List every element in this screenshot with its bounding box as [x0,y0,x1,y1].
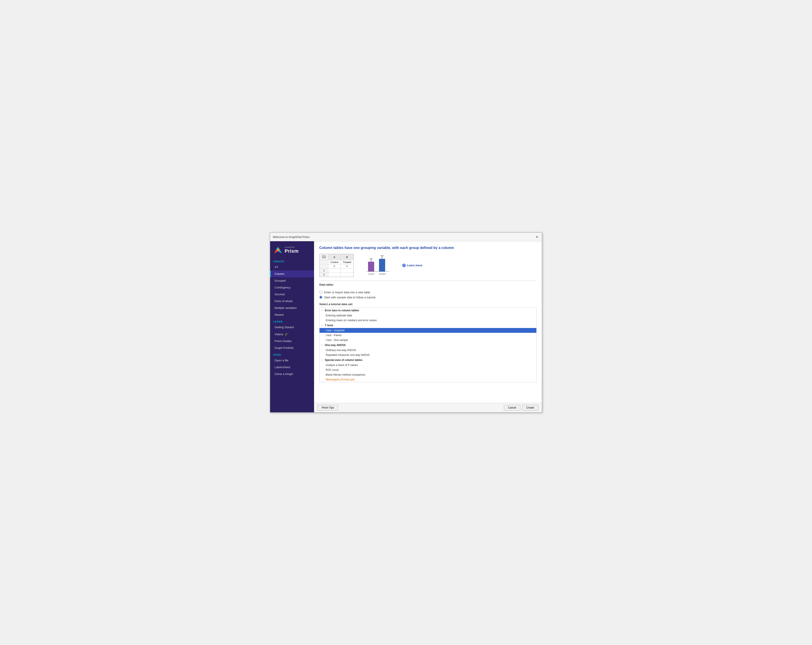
sidebar-item-grouped[interactable]: Grouped [270,277,314,284]
sidebar-item-open-file[interactable]: Open a file [270,357,314,364]
help-icon: ? [402,263,406,267]
sidebar-item-labarchives[interactable]: LabArchives [270,364,314,371]
content-area: Column tables have one grouping variable… [314,241,542,412]
tutorial-item-mean-error[interactable]: Entering mean (or median) and error valu… [319,318,536,323]
tutorial-item-t-test-one-sample[interactable]: t test - One sample [319,338,536,342]
collapse-icon-error-bars: − [321,309,324,312]
sidebar-videos-label: Videos [275,333,283,336]
preview-chart: Control Treated [365,254,391,277]
sidebar: GraphPad Prism CREATE XY Column Grouped … [270,241,314,412]
table-icon-cell [320,254,328,260]
preview-area: A B Control Treated Y Y [319,254,537,277]
footer-right: Cancel Create [504,405,538,411]
tutorial-group-t-tests-label: T tests [325,324,333,327]
preview-table: A B Control Treated Y Y [319,254,354,277]
row-1-col-a [328,268,340,272]
col-b-y: Y [340,264,354,268]
row-header-y [320,264,328,268]
sidebar-item-xy[interactable]: XY [270,264,314,271]
svg-text:Treated: Treated [379,273,386,275]
col-a-sub: Control [328,260,340,264]
section-label-open: OPEN [270,351,314,357]
row-1-header: 1 [320,268,328,272]
graduation-cap-icon: 🎓 [285,332,288,336]
content-title: Column tables have one grouping variable… [319,246,537,250]
col-a-header: A [328,254,340,260]
row-2-col-b [340,272,354,277]
radio-option-new-table[interactable]: Enter or import data into a new table [319,291,537,294]
collapse-icon-t-tests: − [321,324,324,326]
bar-chart-svg: Control Treated [365,254,391,276]
prism-tips-button[interactable]: Prism Tips [317,405,338,411]
prism-logo-icon [273,245,283,255]
section-label-create: CREATE [270,258,314,264]
tutorial-group-anova-label: One-way ANOVA [325,344,346,347]
logo-area: GraphPad Prism [270,241,314,258]
radio-sample-data[interactable] [319,296,322,299]
sidebar-item-graph-portfolio[interactable]: Graph Portfolio [270,344,314,351]
window-title: Welcome to GraphPad Prism [273,235,310,238]
cancel-button[interactable]: Cancel [504,405,520,411]
tutorial-group-special-label: Special uses of column tables [325,359,362,362]
sidebar-item-clone-graph[interactable]: Clone a Graph [270,371,314,378]
sidebar-item-parts-of-whole[interactable]: Parts of whole [270,298,314,304]
radio-new-table-label: Enter or import data into a new table [324,291,370,294]
svg-text:?: ? [403,264,405,267]
sidebar-item-prism-guides[interactable]: Prism Guides [270,338,314,344]
title-bar: Welcome to GraphPad Prism ✕ [270,233,542,241]
footer-left: Prism Tips [317,405,338,411]
svg-rect-14 [368,262,374,272]
tutorial-item-roc-curve[interactable]: ROC curve [319,367,536,372]
svg-text:Control: Control [368,273,374,275]
tutorial-section-label: Select a tutorial data set: [319,303,537,306]
tutorial-item-bland-altman[interactable]: Bland-Altman method comparison [319,372,536,377]
close-button[interactable]: ✕ [534,234,539,239]
sidebar-item-survival[interactable]: Survival [270,291,314,298]
tutorial-group-special[interactable]: − Special uses of column tables [319,358,536,363]
col-b-sub: Treated [340,260,354,264]
tutorial-item-t-test-unpaired[interactable]: t test - Unpaired [319,328,536,333]
create-button[interactable]: Create [522,405,538,411]
svg-rect-11 [322,255,324,257]
sidebar-item-multiple-variables[interactable]: Multiple variables [270,304,314,311]
row-2-header: 2 [320,272,328,277]
tutorial-group-error-bars[interactable]: − Error bars in column tables [319,308,536,313]
col-b-header: B [340,254,354,260]
tutorial-item-metanalysis[interactable]: Metanalysis (Forest) plot [319,377,536,382]
svg-rect-17 [379,259,385,272]
sidebar-item-column[interactable]: Column [270,271,314,277]
data-table-label: Data table: [319,283,334,286]
logo-prism-text: Prism [285,248,299,254]
collapse-icon-anova: − [321,344,324,346]
row-header-empty [320,260,328,264]
tutorial-group-error-bars-label: Error bars in column tables [325,309,359,312]
content-main: Column tables have one grouping variable… [314,241,542,403]
radio-group-data-table: Enter or import data into a new table St… [319,291,537,299]
row-2-col-a [328,272,340,277]
footer: Prism Tips Cancel Create [314,403,542,412]
tutorial-item-stack-p[interactable]: Analyze a stack of P values [319,363,536,367]
section-label-learn: LEARN [270,318,314,324]
logo-graphpad-text: GraphPad [285,246,299,248]
tutorial-item-replicate-data[interactable]: Entering replicate data [319,313,536,318]
tutorial-item-t-test-paired[interactable]: t test - Paired [319,333,536,338]
tutorial-group-anova[interactable]: − One-way ANOVA [319,342,536,348]
col-a-y: Y [328,264,340,268]
tutorial-group-t-tests[interactable]: − T tests [319,323,536,328]
table-icon [322,255,326,259]
collapse-icon-special: − [321,359,324,361]
radio-new-table[interactable] [319,291,322,294]
radio-option-sample-data[interactable]: Start with sample data to follow a tutor… [319,296,537,299]
sidebar-item-contingency[interactable]: Contingency [270,284,314,291]
logo-text: GraphPad Prism [285,246,299,254]
sidebar-item-nested[interactable]: Nested [270,311,314,318]
row-1-col-b [340,268,354,272]
tutorial-list: − Error bars in column tables Entering r… [319,307,537,382]
sidebar-item-videos[interactable]: Videos 🎓 [270,331,314,338]
sidebar-item-getting-started[interactable]: Getting Started [270,324,314,331]
main-window: Welcome to GraphPad Prism ✕ Gra [270,232,542,413]
learn-more-label: Learn more [407,264,423,267]
tutorial-item-ordinary-anova[interactable]: Ordinary one-way ANOVA [319,348,536,353]
tutorial-item-repeated-anova[interactable]: Repeated measures one-way ANOVA [319,353,536,358]
learn-more-button[interactable]: ? Learn more [402,263,423,267]
